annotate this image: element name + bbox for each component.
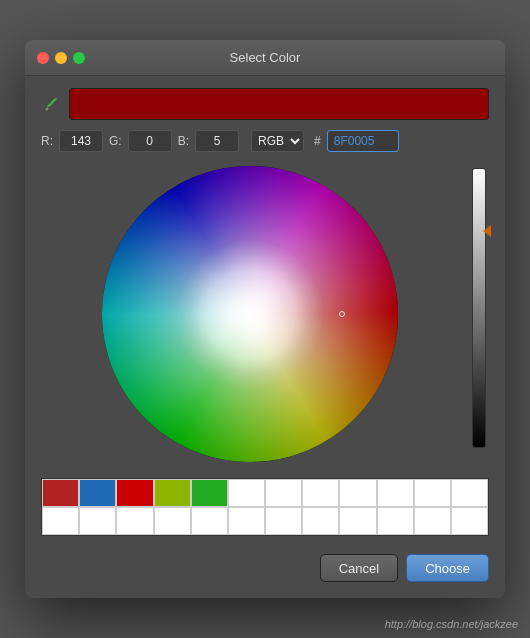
g-label: G: [109,134,122,148]
choose-button[interactable]: Choose [406,554,489,582]
swatch[interactable] [228,507,265,535]
main-content: R: G: B: RGB HSB HSL # [25,76,505,598]
swatch[interactable] [42,479,79,507]
color-preview-bar [69,88,489,120]
swatch[interactable] [228,479,265,507]
swatch[interactable] [116,479,153,507]
hex-label: # [314,134,321,148]
wheel-area [41,164,489,464]
mode-selector-wrapper: RGB HSB HSL [251,130,304,152]
svg-rect-0 [45,107,49,111]
titlebar-buttons [37,52,85,64]
swatches-grid [41,478,489,536]
g-input[interactable] [128,130,172,152]
swatches-area [41,478,489,536]
brightness-slider-container [469,164,489,448]
swatch[interactable] [116,507,153,535]
swatch[interactable] [414,507,451,535]
swatch[interactable] [302,479,339,507]
swatch[interactable] [339,507,376,535]
swatch[interactable] [191,479,228,507]
b-label: B: [178,134,189,148]
r-input[interactable] [59,130,103,152]
watermark: http://blog.csdn.net/jackzee [385,618,518,630]
swatch[interactable] [265,507,302,535]
swatch[interactable] [377,479,414,507]
swatch[interactable] [377,507,414,535]
swatch[interactable] [79,479,116,507]
minimize-button[interactable] [55,52,67,64]
titlebar: Select Color [25,40,505,76]
swatch[interactable] [191,507,228,535]
swatch[interactable] [154,507,191,535]
b-input[interactable] [195,130,239,152]
swatch[interactable] [414,479,451,507]
color-wheel[interactable] [100,164,400,464]
close-button[interactable] [37,52,49,64]
swatch[interactable] [302,507,339,535]
swatch[interactable] [79,507,116,535]
color-wheel-container[interactable] [41,164,459,464]
color-mode-select[interactable]: RGB HSB HSL [251,130,304,152]
swatch[interactable] [42,507,79,535]
brightness-handle[interactable] [483,225,491,237]
hex-input[interactable] [327,130,399,152]
maximize-button[interactable] [73,52,85,64]
cancel-button[interactable]: Cancel [320,554,398,582]
rgb-input-row: R: G: B: RGB HSB HSL # [41,130,489,152]
color-preview-row [41,88,489,120]
swatch[interactable] [451,479,488,507]
buttons-row: Cancel Choose [41,550,489,582]
swatch[interactable] [339,479,376,507]
window-title: Select Color [230,50,301,65]
swatch[interactable] [154,479,191,507]
eyedropper-icon[interactable] [41,94,61,114]
color-picker-window: Select Color R: G: B: RGB [25,40,505,598]
swatch[interactable] [265,479,302,507]
brightness-slider-track[interactable] [472,168,486,448]
r-label: R: [41,134,53,148]
swatch[interactable] [451,507,488,535]
